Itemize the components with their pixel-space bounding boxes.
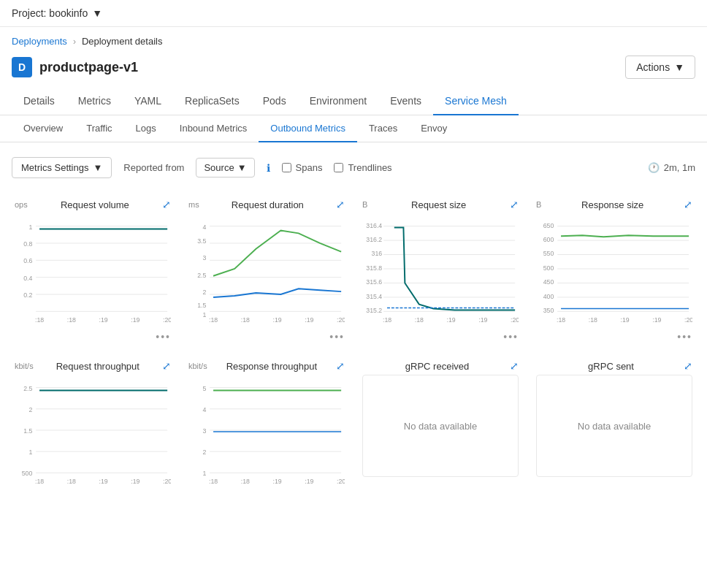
svg-text::19: :19: [305, 316, 313, 324]
svg-text:350: 350: [543, 307, 554, 314]
subtab-traffic[interactable]: Traffic: [74, 115, 123, 142]
checkbox-group: Spans Trendlines: [282, 162, 392, 173]
subtab-logs[interactable]: Logs: [124, 115, 168, 142]
svg-text::18: :18: [415, 316, 424, 324]
subtab-inbound[interactable]: Inbound Metrics: [168, 115, 259, 142]
chart-title-grpcs: gRPC sent: [538, 361, 684, 372]
svg-text::19: :19: [478, 316, 487, 324]
svg-text:315.2: 315.2: [366, 307, 382, 314]
spans-checkbox[interactable]: [282, 163, 291, 172]
svg-text:4: 4: [202, 406, 206, 413]
chart-request-volume: ops Request volume ⤢ 1 0.8 0.6 0.: [12, 196, 174, 345]
expand-icon-grpcr[interactable]: ⤢: [510, 360, 519, 372]
sub-tabs: Overview Traffic Logs Inbound Metrics Ou…: [0, 115, 707, 142]
chart-more-rv[interactable]: •••: [15, 331, 171, 343]
trendlines-checkbox[interactable]: [334, 163, 343, 172]
tab-yaml[interactable]: YAML: [123, 88, 173, 115]
spans-checkbox-label[interactable]: Spans: [282, 162, 323, 173]
svg-text::19: :19: [131, 478, 140, 485]
deployment-title: D productpage-v1: [12, 57, 138, 77]
source-select[interactable]: Source ▼: [196, 158, 254, 177]
svg-text:600: 600: [543, 236, 554, 243]
breadcrumb: Deployments › Deployment details: [0, 27, 707, 53]
chart-unit-rd: ms: [188, 200, 199, 209]
actions-chevron: ▼: [674, 61, 684, 73]
project-selector[interactable]: Project: bookinfo ▼: [12, 7, 102, 19]
svg-text::18: :18: [67, 316, 76, 324]
svg-text:500: 500: [543, 264, 554, 272]
svg-text:2: 2: [202, 289, 206, 296]
svg-text::18: :18: [241, 316, 250, 324]
chart-more-rs[interactable]: •••: [362, 331, 519, 343]
expand-icon-rd[interactable]: ⤢: [336, 199, 345, 210]
svg-text:650: 650: [543, 222, 554, 229]
project-label: Project: bookinfo: [12, 7, 88, 19]
tab-service-mesh[interactable]: Service Mesh: [433, 88, 519, 115]
trendlines-checkbox-label[interactable]: Trendlines: [334, 162, 391, 173]
subtab-traces[interactable]: Traces: [357, 115, 409, 142]
svg-text::18: :18: [241, 478, 250, 485]
svg-text:3: 3: [202, 254, 206, 261]
trendlines-label: Trendlines: [348, 162, 391, 173]
chart-more-rd[interactable]: •••: [188, 331, 345, 343]
breadcrumb-current: Deployment details: [82, 36, 163, 47]
tab-details[interactable]: Details: [12, 88, 66, 115]
chart-grpc-received: gRPC received ⤢ No data available: [359, 357, 521, 494]
subtab-envoy[interactable]: Envoy: [409, 115, 459, 142]
chart-unit-respt: kbit/s: [188, 362, 207, 370]
svg-text::19: :19: [447, 316, 456, 324]
svg-text::20: :20: [163, 316, 171, 324]
expand-icon-grpcs[interactable]: ⤢: [684, 360, 692, 372]
chart-more-resp[interactable]: •••: [536, 331, 692, 343]
svg-text:4: 4: [202, 224, 206, 231]
expand-icon-respt[interactable]: ⤢: [336, 360, 345, 372]
expand-icon-rv[interactable]: ⤢: [162, 199, 171, 210]
breadcrumb-deployments-link[interactable]: Deployments: [12, 36, 67, 47]
svg-text:2.5: 2.5: [197, 272, 206, 279]
chart-title-rv: Request volume: [28, 199, 162, 210]
tab-metrics[interactable]: Metrics: [66, 88, 123, 115]
svg-text::19: :19: [621, 316, 630, 324]
expand-icon-resp[interactable]: ⤢: [684, 199, 692, 210]
chart-title-rt: Request throughput: [34, 361, 162, 372]
svg-text:0.8: 0.8: [23, 240, 32, 248]
deployment-header: D productpage-v1 Actions ▼: [0, 53, 707, 88]
svg-text::18: :18: [35, 478, 44, 485]
svg-text:316: 316: [372, 250, 383, 257]
spans-label: Spans: [296, 162, 323, 173]
clock-icon: 🕐: [648, 162, 660, 173]
svg-text:0.4: 0.4: [23, 275, 32, 282]
chart-svg-resp: 650 600 550 500 450 400 350 :18 :18 :19 …: [536, 210, 692, 329]
content-area: Metrics Settings ▼ Reported from Source …: [0, 142, 707, 508]
time-label: 2m, 1m: [664, 162, 695, 173]
actions-button[interactable]: Actions ▼: [625, 56, 695, 79]
chart-request-throughput: kbit/s Request throughput ⤢ 2.5 2 1.5 1 …: [12, 357, 174, 494]
tab-events[interactable]: Events: [378, 88, 433, 115]
svg-text::20: :20: [163, 478, 171, 485]
time-indicator: 🕐 2m, 1m: [648, 162, 695, 173]
tab-pods[interactable]: Pods: [251, 88, 298, 115]
chart-svg-rd: 4 3.5 3 2.5 2 1.5 1 :18 :18 :19 :19: [188, 210, 345, 329]
actions-label: Actions: [636, 61, 670, 73]
svg-text:2: 2: [202, 448, 206, 456]
svg-text:2.5: 2.5: [23, 385, 32, 392]
source-label: Source: [204, 162, 234, 173]
expand-icon-rs[interactable]: ⤢: [510, 199, 519, 210]
tab-environment[interactable]: Environment: [298, 88, 379, 115]
svg-text::18: :18: [209, 478, 218, 485]
metrics-settings-button[interactable]: Metrics Settings ▼: [12, 157, 112, 178]
subtab-outbound[interactable]: Outbound Metrics: [259, 115, 357, 142]
info-icon[interactable]: ℹ: [267, 162, 270, 174]
svg-text:550: 550: [543, 250, 554, 257]
no-data-label-grpcs: No data available: [578, 421, 651, 432]
subtab-overview[interactable]: Overview: [12, 115, 74, 142]
expand-icon-rt[interactable]: ⤢: [162, 360, 171, 372]
svg-text:5: 5: [202, 385, 206, 392]
chart-unit-rv: ops: [15, 200, 28, 209]
svg-text::19: :19: [99, 478, 108, 485]
tab-replicasets[interactable]: ReplicaSets: [173, 88, 251, 115]
svg-text::19: :19: [131, 316, 140, 324]
svg-text::20: :20: [684, 316, 692, 324]
svg-text:400: 400: [543, 293, 554, 300]
main-tabs: Details Metrics YAML ReplicaSets Pods En…: [0, 88, 707, 115]
